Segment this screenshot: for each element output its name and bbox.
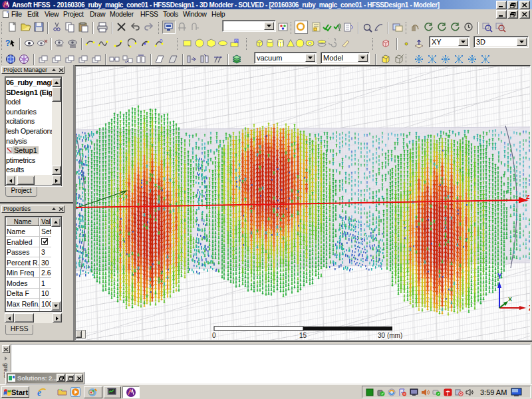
svg-text:0: 0 — [160, 38, 163, 44]
svg-text:Z: Z — [529, 305, 530, 312]
svg-text:X: X — [508, 296, 512, 303]
svg-text:Y: Y — [497, 273, 502, 280]
svg-text:Z: Z — [526, 194, 530, 200]
svg-text:?: ? — [5, 39, 10, 48]
svg-text:15: 15 — [299, 332, 307, 339]
svg-text:30 (mm): 30 (mm) — [378, 332, 402, 339]
svg-text:0: 0 — [212, 332, 216, 339]
svg-text:A: A — [235, 39, 238, 43]
